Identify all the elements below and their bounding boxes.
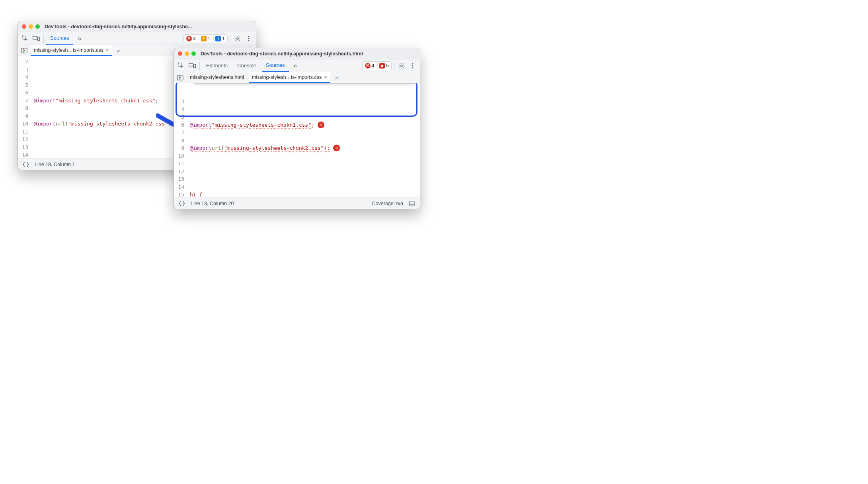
line-gutter: 3456789101112131415161718 [174,83,187,198]
cursor-position: Line 13, Column 20 [191,201,234,206]
status-bar: Line 13, Column 20 Coverage: n/a [174,198,420,209]
window-title: DevTools - devtools-dbg-stories.netlify.… [201,51,416,57]
svg-rect-2 [38,37,40,41]
pretty-print-icon[interactable] [177,199,187,208]
error-warning-badges[interactable]: ✕4 !1 i1 [183,34,228,43]
bottom-panel-icon[interactable] [407,199,417,208]
close-icon[interactable]: × [106,47,109,53]
window-title: DevTools - devtools-dbg-stories.netlify.… [45,24,252,29]
cursor-position: Line 18, Column 1 [35,162,75,167]
gear-icon[interactable] [397,61,406,71]
close-icon[interactable] [178,51,182,56]
tab-sources[interactable]: Sources [46,32,73,45]
file-tab-html[interactable]: missing-stylesheets.html [187,72,247,83]
more-tabs-icon[interactable]: » [114,46,123,55]
inline-error-icon[interactable]: ✕ [318,121,324,128]
zoom-icon[interactable] [191,51,196,56]
minimize-icon[interactable] [29,24,33,29]
svg-point-18 [412,67,414,68]
titlebar[interactable]: DevTools - devtools-dbg-stories.netlify.… [18,21,256,32]
zoom-icon[interactable] [35,24,40,29]
svg-rect-21 [410,201,414,206]
file-tab[interactable]: missing-stylesh…ts-imports.css × [31,45,112,56]
svg-point-15 [401,65,402,66]
line-gutter: 23456789101112131415161718 [18,56,31,159]
error-icon: ✕ [365,63,371,69]
show-navigator-icon[interactable] [176,73,185,82]
traffic-lights[interactable] [22,24,40,29]
more-tabs-icon[interactable]: » [291,61,300,71]
close-icon[interactable] [22,24,26,29]
svg-point-4 [248,36,250,37]
minimize-icon[interactable] [185,51,189,56]
more-tabs-icon[interactable]: » [75,34,84,43]
info-icon: i [215,36,221,41]
gear-icon[interactable] [233,34,242,43]
traffic-lights[interactable] [178,51,196,56]
error-badges[interactable]: ✕4 ■5 [362,61,392,70]
devtools-toolbar: Elements Console Sources » ✕4 ■5 [174,59,420,72]
svg-point-17 [412,65,414,66]
device-toggle-icon[interactable] [187,61,197,71]
pretty-print-icon[interactable] [21,160,31,169]
devtools-window-after: DevTools - devtools-dbg-stories.netlify.… [174,48,420,209]
error-tooltip: ✕ Failed to load resource: the server re… [194,83,415,84]
code-editor[interactable]: 3456789101112131415161718 ✕ Failed to lo… [174,83,420,198]
warning-icon: ! [201,36,207,41]
more-tabs-icon[interactable]: » [332,73,341,82]
svg-rect-1 [33,36,37,40]
svg-point-16 [412,63,414,64]
coverage-label: Coverage: n/a [372,201,403,206]
svg-rect-13 [189,63,193,67]
kebab-icon[interactable] [408,61,417,71]
devtools-toolbar: Sources » ✕4 !1 i1 [18,32,256,45]
error-icon: ✕ [186,36,192,41]
file-tabstrip: missing-stylesheets.html missing-stylesh… [174,72,420,83]
tab-sources[interactable]: Sources [262,59,289,72]
inspect-icon[interactable] [20,34,30,43]
svg-rect-14 [194,64,196,68]
tab-console[interactable]: Console [233,59,260,72]
inspect-icon[interactable] [176,61,186,71]
issue-icon: ■ [379,63,385,69]
kebab-icon[interactable] [244,34,254,43]
show-navigator-icon[interactable] [20,46,29,55]
inline-error-icon[interactable]: ✕ [333,145,340,151]
device-toggle-icon[interactable] [31,34,41,43]
svg-point-3 [237,37,238,39]
tab-elements[interactable]: Elements [202,59,232,72]
svg-point-5 [248,38,250,39]
file-tab-css[interactable]: missing-stylesh…ts-imports.css × [249,72,330,83]
close-icon[interactable]: × [324,74,327,80]
titlebar[interactable]: DevTools - devtools-dbg-stories.netlify.… [174,48,420,59]
svg-point-6 [248,40,250,41]
